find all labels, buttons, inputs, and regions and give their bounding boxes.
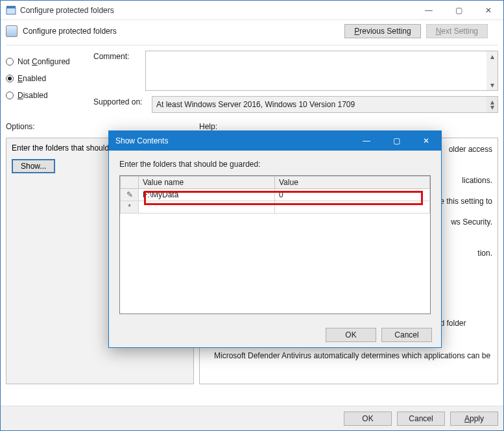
policy-title: Configure protected folders: [23, 27, 344, 36]
show-contents-dialog: Show Contents — ▢ ✕ Enter the folders th…: [108, 130, 442, 348]
previous-setting-button[interactable]: Previous Setting: [344, 24, 420, 38]
show-button[interactable]: Show...: [12, 159, 55, 173]
table-row[interactable]: *: [121, 201, 430, 214]
row-header-blank: [121, 177, 139, 189]
cell-value-name[interactable]: [139, 201, 275, 214]
divider: [6, 45, 498, 45]
policy-header: Configure protected folders Previous Set…: [1, 20, 503, 42]
supported-on-text: At least Windows Server 2016, Windows 10…: [156, 100, 355, 109]
table-row[interactable]: ✎ F:\MyData 0: [121, 189, 430, 201]
svg-rect-0: [6, 8, 16, 14]
supported-label: Supported on:: [93, 96, 152, 106]
col-value[interactable]: Value: [275, 177, 430, 189]
maximize-button[interactable]: ▢: [444, 1, 474, 20]
close-button[interactable]: ✕: [474, 1, 503, 20]
app-icon: [6, 5, 16, 16]
minimize-button[interactable]: —: [414, 1, 444, 20]
apply-button[interactable]: Apply: [450, 412, 498, 426]
dialog-maximize-button[interactable]: ▢: [381, 131, 411, 151]
row-marker-edit-icon: ✎: [121, 189, 139, 201]
dialog-ok-button[interactable]: OK: [326, 328, 376, 342]
cell-value[interactable]: 0: [275, 189, 430, 201]
dialog-title: Show Contents: [115, 136, 168, 145]
window-title: Configure protected folders: [20, 6, 414, 15]
window-buttons: — ▢ ✕: [414, 1, 503, 20]
cell-value[interactable]: [275, 201, 430, 214]
cell-value-name[interactable]: F:\MyData: [139, 189, 275, 201]
help-paragraph: Microsoft Defender Antivirus automatical…: [205, 350, 492, 362]
comment-input[interactable]: ▴▾: [145, 51, 498, 91]
dialog-titlebar: Show Contents — ▢ ✕: [109, 131, 441, 151]
values-grid[interactable]: Value name Value ✎ F:\MyData 0 *: [119, 175, 431, 314]
radio-dot: [6, 75, 14, 82]
radio-dot: [6, 92, 14, 99]
state-radios: Not Configured Enabled Disabled: [6, 51, 93, 118]
ok-button[interactable]: OK: [344, 412, 392, 426]
dialog-prompt: Enter the folders that should be guarded…: [119, 160, 431, 169]
dialog-cancel-button[interactable]: Cancel: [381, 328, 432, 342]
next-setting-button[interactable]: Next Setting: [426, 24, 488, 38]
fields: Comment: ▴▾ Supported on: At least Windo…: [93, 51, 498, 118]
policy-icon: [6, 25, 18, 37]
radio-disabled[interactable]: Disabled: [6, 87, 93, 104]
radio-not-configured[interactable]: Not Configured: [6, 53, 93, 70]
supported-on-box: At least Windows Server 2016, Windows 10…: [152, 96, 498, 113]
comment-label: Comment:: [93, 51, 145, 61]
setting-state-row: Not Configured Enabled Disabled Comment:…: [1, 51, 503, 118]
radio-enabled[interactable]: Enabled: [6, 70, 93, 87]
col-value-name[interactable]: Value name: [139, 177, 275, 189]
cancel-button[interactable]: Cancel: [397, 412, 445, 426]
dialog-close-button[interactable]: ✕: [411, 131, 441, 151]
row-marker-new-icon: *: [121, 201, 139, 214]
svg-rect-1: [6, 6, 16, 8]
scrollbar[interactable]: ▴▾: [486, 97, 498, 112]
dialog-footer: OK Cancel Apply: [1, 406, 503, 430]
dialog-minimize-button[interactable]: —: [352, 131, 381, 151]
radio-dot: [6, 58, 14, 66]
titlebar: Configure protected folders — ▢ ✕: [1, 1, 503, 20]
scrollbar[interactable]: ▴▾: [486, 51, 498, 90]
